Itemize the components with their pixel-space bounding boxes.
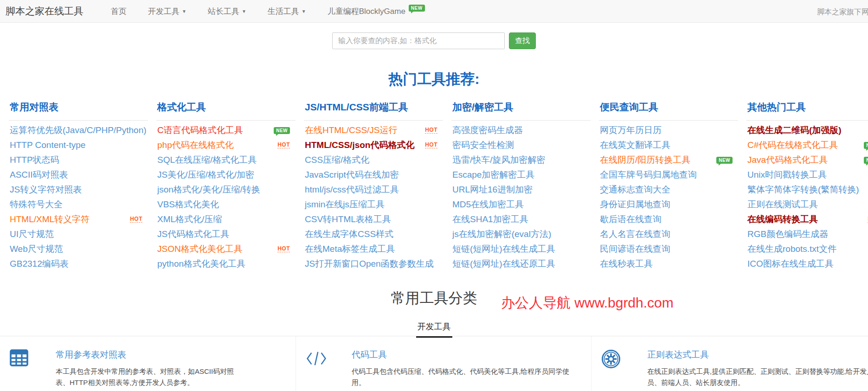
tool-link[interactable]: CSV转HTML表格工具 — [305, 213, 391, 225]
tool-link[interactable]: 全国车牌号码归属地查询 — [600, 169, 697, 181]
tool-link[interactable]: js在线加密解密(eval方法) — [452, 228, 551, 240]
tool-link[interactable]: JS美化/压缩/格式化/加密 — [157, 169, 254, 181]
tool-link[interactable]: 密码安全性检测 — [452, 139, 514, 151]
regex-icon — [601, 349, 647, 388]
tool-link[interactable]: 特殊符号大全 — [10, 199, 63, 211]
tool-link[interactable]: HTTP状态码 — [10, 154, 59, 166]
tool-link-row: 短链(短网址)在线生成工具 — [451, 242, 591, 256]
tool-column: 便民查询工具网页万年历日历在线英文翻译工具在线阴历/阳历转换工具NEW全国车牌号… — [599, 101, 738, 271]
tool-link[interactable]: 在线生成二维码(加强版) — [747, 124, 842, 136]
hot-tools-heading: 热门工具推荐: — [0, 70, 868, 89]
tool-link[interactable]: html/js/css代码过滤工具 — [305, 184, 399, 196]
nav-item-站长工具[interactable]: 站长工具▼ — [197, 6, 257, 17]
tool-link[interactable]: 迅雷/快车/旋风加密解密 — [452, 154, 546, 166]
tool-link[interactable]: 交通标志查询大全 — [600, 184, 670, 196]
tool-link[interactable]: jsmin在线js压缩工具 — [305, 199, 385, 211]
site-brand[interactable]: 脚本之家在线工具 — [6, 5, 84, 18]
tool-link[interactable]: GB2312编码表 — [10, 258, 69, 270]
tool-link[interactable]: JSON格式化美化工具 — [157, 243, 243, 255]
tool-link-row: 歇后语在线查询 — [599, 212, 738, 227]
tool-link-row: 在线生成字体CSS样式 — [304, 227, 443, 242]
hot-tools-columns: 常用对照表运算符优先级(Java/C/PHP/Python)HTTP Conte… — [0, 101, 868, 271]
hot-badge: HOT — [277, 142, 290, 148]
category-card: 常用参考表对照表本工具包含开发中常用的参考表、对照表，如ASCII码对照表、HT… — [0, 336, 296, 391]
tool-link[interactable]: 短链(短网址)在线还原工具 — [452, 258, 555, 270]
tool-link[interactable]: HTML/XML转义字符 — [10, 213, 90, 225]
top-navbar: 脚本之家在线工具 首页开发工具▼站长工具▼生活工具▼儿童编程BlocklyGam… — [0, 0, 868, 23]
tool-link[interactable]: JS打开新窗口Open函数参数生成 — [305, 258, 434, 270]
tool-link-row: 正则在线测试工具 — [746, 197, 868, 212]
tool-link-row: 在线秒表工具 — [599, 256, 738, 271]
tool-column-header: 常用对照表 — [9, 101, 148, 121]
nav-item-首页[interactable]: 首页 — [100, 6, 137, 17]
tool-column-header: 便民查询工具 — [599, 101, 738, 121]
tool-link[interactable]: Web尺寸规范 — [10, 243, 63, 255]
tool-link[interactable]: json格式化/美化/压缩/转换 — [157, 184, 260, 196]
card-title[interactable]: 正则表达式工具 — [647, 349, 868, 361]
tool-link-row: html/js/css代码过滤工具 — [304, 182, 443, 197]
tool-link[interactable]: RGB颜色编码生成器 — [747, 228, 828, 240]
tool-link[interactable]: 在线秒表工具 — [600, 258, 653, 270]
tab-dev-tools[interactable]: 开发工具 — [416, 321, 452, 338]
tool-link[interactable]: MD5在线加密工具 — [452, 199, 524, 211]
tool-column: 其他热门工具在线生成二维码(加强版)C#代码在线格式化工具NEWJava代码格式… — [746, 101, 868, 271]
tool-link[interactable]: 正则在线测试工具 — [747, 199, 818, 211]
tool-link-row: C语言代码格式化工具NEW — [156, 123, 296, 138]
tool-link[interactable]: 在线HTML/CSS/JS运行 — [305, 124, 398, 136]
tool-link-row: RGB颜色编码生成器 — [746, 227, 868, 242]
tool-link[interactable]: 在线生成字体CSS样式 — [305, 228, 393, 240]
tool-link-row: CSS压缩/格式化 — [304, 153, 443, 167]
tool-link[interactable]: 繁体字简体字转换(繁简转换) — [747, 184, 859, 196]
search-button[interactable]: 查找 — [509, 32, 536, 49]
nav-item-开发工具[interactable]: 开发工具▼ — [137, 6, 197, 17]
tool-column-header: JS/HTML/CSS前端工具 — [304, 101, 443, 121]
tool-link[interactable]: UI尺寸规范 — [10, 228, 54, 240]
tool-link-row: 在线生成robots.txt文件 — [746, 242, 868, 256]
tool-link[interactable]: VBS格式化美化 — [157, 199, 219, 211]
card-title[interactable]: 代码工具 — [352, 349, 580, 361]
tool-link[interactable]: 在线阴历/阳历转换工具 — [600, 154, 690, 166]
tool-link-row: C#代码在线格式化工具NEW — [746, 138, 868, 153]
tool-link[interactable]: C语言代码格式化工具 — [157, 124, 243, 136]
chevron-down-icon: ▼ — [302, 9, 306, 14]
tool-link[interactable]: ICO图标在线生成工具 — [747, 258, 834, 270]
tool-link[interactable]: 网页万年历日历 — [600, 124, 662, 136]
tool-link[interactable]: SQL在线压缩/格式化工具 — [157, 154, 257, 166]
tool-link[interactable]: HTML/CSS/json代码格式化 — [305, 139, 414, 151]
tool-link[interactable]: C#代码在线格式化工具 — [747, 139, 838, 151]
tool-link[interactable]: 高强度密码生成器 — [452, 124, 523, 136]
tool-link[interactable]: Escape加密解密工具 — [452, 169, 534, 181]
nav-item-生活工具[interactable]: 生活工具▼ — [257, 6, 317, 17]
tool-link[interactable]: 在线英文翻译工具 — [600, 139, 670, 151]
nav-item-儿童编程BlocklyGame[interactable]: 儿童编程BlocklyGameNEW — [317, 6, 436, 17]
tool-link[interactable]: Unix时间戳转换工具 — [747, 169, 827, 181]
tool-link-row: SQL在线压缩/格式化工具 — [156, 153, 296, 167]
tool-link[interactable]: python格式化美化工具 — [157, 258, 245, 270]
tool-link[interactable]: 在线生成robots.txt文件 — [747, 243, 836, 255]
tool-link[interactable]: 在线编码转换工具 — [747, 213, 818, 225]
tool-link[interactable]: URL网址16进制加密 — [452, 184, 533, 196]
tool-link[interactable]: php代码在线格式化 — [157, 139, 234, 151]
tool-link[interactable]: 在线SHA1加密工具 — [452, 213, 528, 225]
tool-link[interactable]: 歇后语在线查询 — [600, 213, 662, 225]
new-badge: NEW — [716, 157, 733, 164]
tool-link[interactable]: Java代码格式化工具 — [747, 154, 828, 166]
tool-link[interactable]: 身份证归属地查询 — [600, 199, 670, 211]
tool-link[interactable]: ASCII码对照表 — [10, 169, 68, 181]
tool-link[interactable]: JS代码格式化工具 — [157, 228, 229, 240]
tool-link[interactable]: 民间谚语在线查询 — [600, 243, 670, 255]
tool-link[interactable]: XML格式化/压缩 — [157, 213, 222, 225]
tool-link[interactable]: 运算符优先级(Java/C/PHP/Python) — [10, 124, 147, 136]
tool-link-row: 交通标志查询大全 — [599, 182, 738, 197]
tool-link[interactable]: 名人名言在线查询 — [600, 228, 670, 240]
tool-link[interactable]: HTTP Content-type — [10, 140, 85, 150]
tool-link-row: MD5在线加密工具 — [451, 197, 591, 212]
card-title[interactable]: 常用参考表对照表 — [56, 349, 284, 361]
search-input[interactable] — [332, 32, 505, 49]
tool-link[interactable]: CSS压缩/格式化 — [305, 154, 369, 166]
tool-link[interactable]: JS转义字符对照表 — [10, 184, 82, 196]
tool-link[interactable]: JavaScript代码在线加密 — [305, 169, 399, 181]
tool-link[interactable]: 短链(短网址)在线生成工具 — [452, 243, 555, 255]
tool-link[interactable]: 在线Meta标签生成工具 — [305, 243, 395, 255]
table-icon — [10, 349, 56, 388]
